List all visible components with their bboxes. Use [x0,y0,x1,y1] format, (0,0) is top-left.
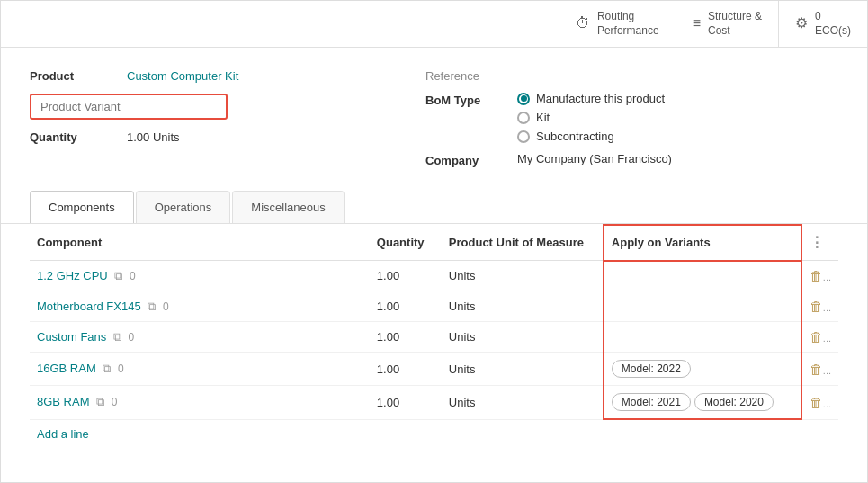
radio-manufacture-label: Manufacture this product [536,92,665,105]
copy-icon[interactable]: ⧉ [103,362,111,375]
bom-option-kit[interactable]: Kit [517,111,665,124]
table-row: Custom Fans ⧉ 01.00Units🗑... [30,322,838,353]
bom-type-options: Manufacture this product Kit Subcontract… [517,92,665,143]
cell-delete: 🗑... [801,261,838,291]
product-variant-input[interactable] [30,94,228,120]
cell-quantity: 1.00 [370,291,442,322]
cell-quantity: 1.00 [370,353,442,386]
cell-unit: Units [442,261,604,291]
th-unit: Product Unit of Measure [442,225,604,261]
delete-row-button[interactable]: 🗑... [810,362,831,377]
radio-kit-label: Kit [536,111,550,124]
table-body: 1.2 GHz CPU ⧉ 01.00Units🗑...Motherboard … [30,261,838,420]
delete-row-button[interactable]: 🗑... [810,395,831,410]
product-value[interactable]: Custom Computer Kit [127,69,238,83]
add-line-button[interactable]: Add a line [30,420,838,448]
delete-row-button[interactable]: 🗑... [810,329,831,344]
component-count: 0 [118,362,124,375]
copy-icon[interactable]: ⧉ [113,330,121,344]
company-row: Company My Company (San Francisco) [425,152,838,167]
delete-row-button[interactable]: 🗑... [810,268,831,283]
cell-variants: Model: 2021Model: 2020 [604,386,801,420]
routing-performance-tab[interactable]: ⏱ Routing Performance [559,1,676,47]
copy-icon[interactable]: ⧉ [148,300,156,313]
routing-performance-text: Routing Performance [597,10,659,38]
quantity-label: Quantity [30,130,120,144]
cell-delete: 🗑... [801,291,838,322]
product-variant-row [30,94,389,120]
cell-quantity: 1.00 [370,322,442,353]
menu-icon: ≡ [693,14,701,33]
column-options-icon[interactable]: ⋮ [810,235,824,250]
table-header-row: Component Quantity Product Unit of Measu… [30,225,838,261]
quantity-value: 1.00 Units [127,130,180,144]
cell-component: 1.2 GHz CPU ⧉ 0 [30,261,370,291]
bom-option-subcontracting[interactable]: Subcontracting [517,130,665,143]
cell-delete: 🗑... [801,353,838,386]
gear-icon: ⚙ [795,14,808,33]
component-link[interactable]: Motherboard FX145 [37,300,141,313]
cell-component: Custom Fans ⧉ 0 [30,322,370,353]
company-label: Company [425,152,506,167]
component-count: 0 [130,270,136,282]
cell-unit: Units [442,353,604,386]
variant-tag[interactable]: Model: 2020 [694,393,774,411]
th-variants: Apply on Variants [604,225,801,261]
variant-tag[interactable]: Model: 2021 [612,393,691,411]
component-link[interactable]: 8GB RAM [37,395,90,408]
quantity-row: Quantity 1.00 Units [30,130,389,144]
form-left: Product Custom Computer Kit Quantity 1.0… [30,69,389,176]
cell-component: 16GB RAM ⧉ 0 [30,353,370,386]
bom-type-label: BoM Type [425,92,506,107]
table-container: Component Quantity Product Unit of Measu… [1,224,867,470]
tab-miscellaneous[interactable]: Miscellaneous [232,191,344,223]
cell-variants: Model: 2022 [604,353,801,386]
cell-unit: Units [442,291,604,322]
th-component: Component [30,225,370,261]
tab-operations[interactable]: Operations [136,191,231,223]
component-link[interactable]: 16GB RAM [37,362,96,375]
table-row: Motherboard FX145 ⧉ 01.00Units🗑... [30,291,838,322]
table-row: 8GB RAM ⧉ 01.00UnitsModel: 2021Model: 20… [30,386,838,420]
cell-variants [604,291,801,322]
clock-icon: ⏱ [576,14,590,33]
bom-option-manufacture[interactable]: Manufacture this product [517,92,665,105]
copy-icon[interactable]: ⧉ [96,395,104,408]
cell-component: Motherboard FX145 ⧉ 0 [30,291,370,322]
cell-component: 8GB RAM ⧉ 0 [30,386,370,420]
component-count: 0 [163,300,169,313]
product-row: Product Custom Computer Kit [30,69,389,83]
th-actions: ⋮ [801,225,838,261]
copy-icon[interactable]: ⧉ [114,269,122,282]
tabs-row: Components Operations Miscellaneous [30,191,838,223]
app-container: ⏱ Routing Performance ≡ Structure & Cost… [0,0,868,483]
components-table: Component Quantity Product Unit of Measu… [30,224,838,420]
delete-row-button[interactable]: 🗑... [810,299,831,314]
company-value: My Company (San Francisco) [517,152,672,165]
variant-tag[interactable]: Model: 2022 [612,360,691,378]
component-link[interactable]: 1.2 GHz CPU [37,269,108,282]
component-link[interactable]: Custom Fans [37,330,106,344]
cell-quantity: 1.00 [370,386,442,420]
radio-subcontracting-label: Subcontracting [536,130,614,143]
cell-unit: Units [442,386,604,420]
structure-cost-text: Structure & Cost [708,10,762,38]
radio-kit-icon [517,112,530,124]
eco-tab[interactable]: ⚙ 0 ECO(s) [778,1,867,47]
cell-unit: Units [442,322,604,353]
product-label: Product [30,69,120,83]
radio-subcontracting-icon [517,130,530,143]
eco-text: 0 ECO(s) [815,10,851,38]
form-right: Reference BoM Type Manufacture this prod… [425,69,838,176]
cell-variants [604,261,801,291]
cell-quantity: 1.00 [370,261,442,291]
structure-cost-tab[interactable]: ≡ Structure & Cost [676,1,778,47]
cell-delete: 🗑... [801,386,838,420]
component-count: 0 [129,331,135,344]
tab-components[interactable]: Components [30,191,134,223]
table-row: 1.2 GHz CPU ⧉ 01.00Units🗑... [30,261,838,291]
cell-variants [604,322,801,353]
tabs-section: Components Operations Miscellaneous [1,191,867,224]
cell-delete: 🗑... [801,322,838,353]
form-area: Product Custom Computer Kit Quantity 1.0… [1,48,867,191]
